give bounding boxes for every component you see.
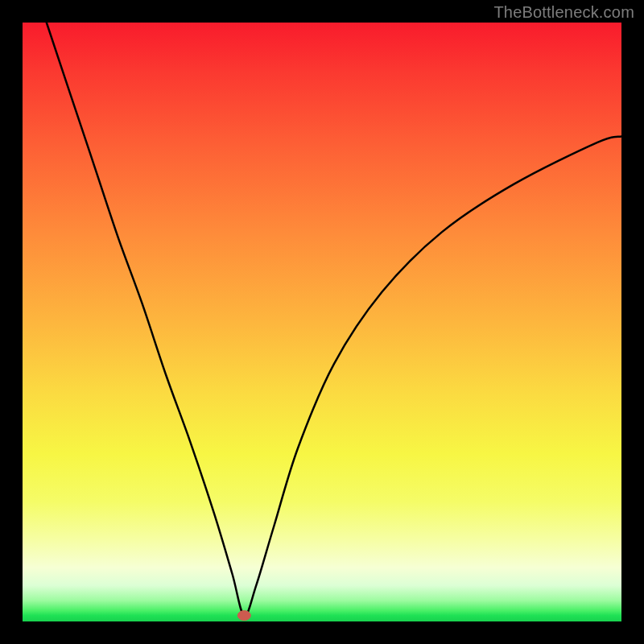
chart-stage: TheBottleneck.com: [0, 0, 644, 644]
plot-area: [23, 23, 621, 621]
watermark-text: TheBottleneck.com: [493, 3, 634, 22]
bottleneck-curve: [47, 23, 621, 616]
curve-layer: [23, 23, 621, 621]
cusp-marker: [237, 611, 250, 621]
